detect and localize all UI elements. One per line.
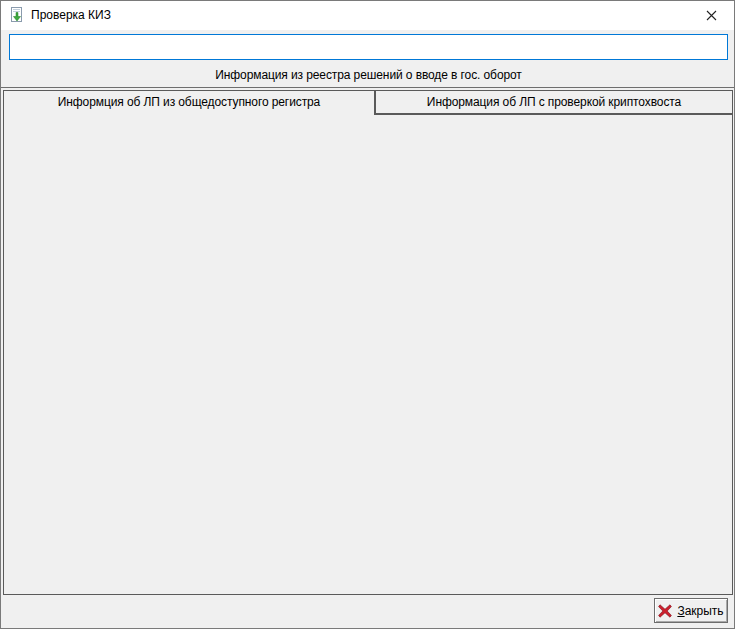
close-button-label: Закрыть — [677, 604, 723, 618]
window-icon — [9, 7, 25, 23]
tab-cryptotail-check-info[interactable]: Информация об ЛП с проверкой криптохвост… — [375, 90, 733, 114]
tab-public-register-info[interactable]: Информция об ЛП из общедоступного регист… — [3, 90, 375, 115]
registry-info-header: Информация из реестра решений о вводе в … — [1, 63, 735, 88]
red-x-icon — [658, 604, 672, 618]
window-title: Проверка КИЗ — [31, 8, 111, 22]
close-icon[interactable] — [689, 1, 734, 29]
close-dialog-button[interactable]: Закрыть — [654, 598, 728, 623]
dialog-proverka-kiz: Проверка КИЗ Информация из реестра решен… — [0, 0, 735, 629]
tab-strip: Информция об ЛП из общедоступного регист… — [3, 90, 733, 115]
tab-page-public-register — [3, 114, 733, 595]
titlebar: Проверка КИЗ — [1, 1, 734, 30]
kiz-scan-input[interactable] — [9, 34, 728, 60]
